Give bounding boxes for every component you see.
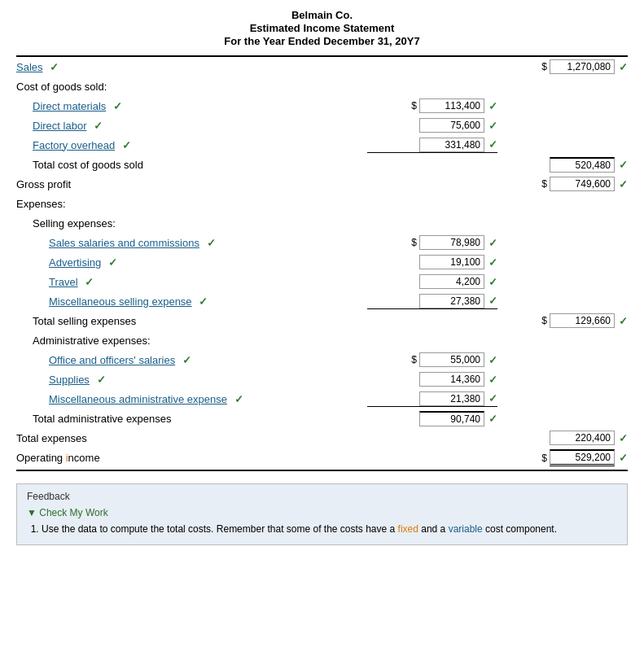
- travel-input[interactable]: [419, 274, 484, 289]
- report-period: For the Year Ended December 31, 20Y7: [16, 35, 628, 47]
- total-expenses-right: ✓: [497, 431, 628, 445]
- dl-right-check: ✓: [488, 120, 497, 132]
- sales-link[interactable]: Sales: [16, 61, 43, 73]
- misc-selling-label-col: Miscellaneous selling expense ✓: [16, 295, 367, 308]
- sales-sal-right-check: ✓: [488, 237, 497, 249]
- total-admin-input[interactable]: [419, 411, 484, 426]
- sales-sal-check: ✓: [207, 237, 216, 249]
- total-admin-text: Total administrative expenses: [33, 413, 172, 425]
- advertising-check: ✓: [108, 256, 117, 269]
- feedback-notes: Use the data to compute the total costs.…: [27, 523, 617, 535]
- sales-right: $ ✓: [497, 59, 628, 74]
- advertising-right-check: ✓: [488, 256, 497, 269]
- admin-text: Administrative expenses:: [33, 334, 151, 347]
- total-selling-text: Total selling expenses: [33, 315, 136, 327]
- supplies-right-check: ✓: [488, 374, 497, 386]
- dl-label-col: Direct labor ✓: [16, 120, 367, 132]
- travel-check: ✓: [85, 276, 94, 288]
- expenses-header-row: Expenses:: [16, 194, 628, 213]
- supplies-check: ✓: [97, 374, 106, 386]
- misc-selling-check: ✓: [199, 295, 208, 308]
- direct-materials-link[interactable]: Direct materials: [33, 100, 106, 112]
- total-cogs-check: ✓: [619, 159, 628, 171]
- total-cogs-input[interactable]: [550, 157, 615, 173]
- office-sal-link[interactable]: Office and officers' salaries: [49, 354, 175, 366]
- misc-selling-right-check: ✓: [488, 295, 497, 307]
- dm-dollar: $: [411, 100, 417, 112]
- total-selling-input[interactable]: [550, 313, 615, 328]
- travel-mid: ✓: [367, 274, 497, 289]
- fixed-highlight: fixed: [398, 523, 418, 535]
- supplies-row: Supplies ✓ ✓: [16, 369, 628, 389]
- misc-admin-input[interactable]: [419, 391, 484, 406]
- misc-selling-row: Miscellaneous selling expense ✓ ✓: [16, 291, 628, 311]
- dm-input[interactable]: [419, 98, 484, 113]
- gross-profit-text: Gross profit: [16, 178, 71, 190]
- travel-right-check: ✓: [488, 276, 497, 288]
- sales-input[interactable]: [550, 59, 615, 74]
- total-expenses-label-col: Total expenses: [16, 432, 367, 444]
- fo-right-check: ✓: [488, 138, 497, 151]
- operating-income-text: Operating income: [16, 452, 100, 464]
- operating-income-input[interactable]: [550, 449, 615, 466]
- supplies-input[interactable]: [419, 372, 484, 387]
- total-admin-label-col: Total administrative expenses: [16, 413, 367, 425]
- cogs-header-label: Cost of goods sold:: [16, 81, 628, 93]
- factory-overhead-link[interactable]: Factory overhead: [33, 139, 115, 151]
- advertising-link[interactable]: Advertising: [49, 256, 101, 269]
- total-selling-row: Total selling expenses $ ✓: [16, 311, 628, 330]
- dm-mid: $ ✓: [367, 98, 497, 113]
- selling-header-row: Selling expenses:: [16, 213, 628, 233]
- gross-profit-row: Gross profit $ ✓: [16, 174, 628, 194]
- direct-labor-row: Direct labor ✓ ✓: [16, 116, 628, 135]
- misc-admin-link[interactable]: Miscellaneous administrative expense: [49, 393, 227, 405]
- total-expenses-text: Total expenses: [16, 432, 87, 444]
- misc-selling-link[interactable]: Miscellaneous selling expense: [49, 295, 192, 308]
- fo-check: ✓: [122, 139, 131, 151]
- selling-text: Selling expenses:: [33, 217, 116, 230]
- total-admin-mid: ✓: [367, 411, 497, 426]
- variable-highlight: variable: [449, 523, 483, 535]
- dm-right-check: ✓: [488, 100, 497, 112]
- sales-sal-label-col: Sales salaries and commissions ✓: [16, 237, 367, 249]
- misc-selling-input[interactable]: [419, 294, 484, 308]
- sales-right-check: ✓: [619, 61, 628, 73]
- total-cogs-row: Total cost of goods sold ✓: [16, 155, 628, 174]
- fo-label-col: Factory overhead ✓: [16, 139, 367, 151]
- total-expenses-input[interactable]: [550, 431, 615, 445]
- direct-labor-link[interactable]: Direct labor: [33, 120, 86, 132]
- misc-admin-label-col: Miscellaneous administrative expense ✓: [16, 393, 367, 405]
- gp-right: $ ✓: [497, 177, 628, 191]
- sales-row: Sales ✓ $ ✓: [16, 57, 628, 77]
- sales-dollar: $: [541, 61, 547, 72]
- direct-materials-row: Direct materials ✓ $ ✓: [16, 96, 628, 116]
- travel-link[interactable]: Travel: [49, 276, 78, 288]
- income-table: Sales ✓ $ ✓ Cost of goods sold: Direct m…: [16, 55, 628, 471]
- operating-income-row: Operating income $ ✓: [16, 448, 628, 471]
- selling-label-col: Selling expenses:: [16, 217, 628, 230]
- operating-income-dollar: $: [541, 453, 547, 464]
- dm-label-col: Direct materials ✓: [16, 100, 367, 112]
- gp-input[interactable]: [550, 177, 615, 191]
- travel-label-col: Travel ✓: [16, 276, 367, 288]
- dm-check: ✓: [113, 100, 122, 112]
- operating-income-check: ✓: [619, 452, 628, 464]
- supplies-link[interactable]: Supplies: [49, 374, 90, 386]
- supplies-label-col: Supplies ✓: [16, 374, 367, 386]
- feedback-section: Feedback Check My Work Use the data to c…: [16, 483, 628, 545]
- advertising-input[interactable]: [419, 255, 484, 269]
- sales-sal-link[interactable]: Sales salaries and commissions: [49, 237, 199, 249]
- admin-header-row: Administrative expenses:: [16, 330, 628, 350]
- feedback-title: Feedback: [27, 491, 617, 502]
- dl-input[interactable]: [419, 118, 484, 133]
- check-work-toggle[interactable]: Check My Work: [27, 507, 617, 518]
- misc-admin-row: Miscellaneous administrative expense ✓ ✓: [16, 389, 628, 409]
- expenses-label-col: Expenses:: [16, 198, 628, 210]
- sales-sal-dollar: $: [411, 237, 417, 248]
- office-sal-input[interactable]: [419, 352, 484, 367]
- total-selling-right: $ ✓: [497, 313, 628, 328]
- sales-check: ✓: [50, 61, 59, 73]
- sales-sal-input[interactable]: [419, 235, 484, 250]
- fo-input[interactable]: [419, 138, 484, 152]
- total-expenses-row: Total expenses ✓: [16, 428, 628, 448]
